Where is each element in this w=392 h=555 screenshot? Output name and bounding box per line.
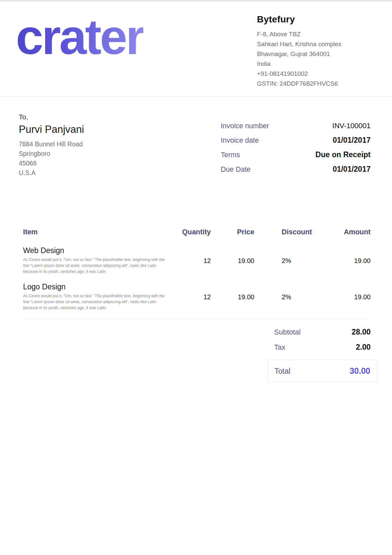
company-address: F-8, Above TBZ Sahkari Hart, Krishna com… (257, 29, 371, 89)
company-gstin: GSTIN: 24DDF7682FHVCS6 (257, 79, 371, 89)
company-block: Bytefury F-8, Above TBZ Sahkari Hart, Kr… (257, 12, 371, 89)
company-name: Bytefury (257, 14, 371, 25)
tax-value: 2.00 (356, 343, 371, 352)
due-date-row: Due Date 01/01/2017 (221, 165, 371, 174)
item-name: Web Design (23, 246, 176, 255)
table-row: Logo Design As Cicero would put it, “Um,… (23, 282, 371, 311)
invoice-header: crater Bytefury F-8, Above TBZ Sahkari H… (0, 2, 392, 97)
customer-and-meta-section: To, Purvi Panjvani 7884 Bunnel Hill Road… (0, 97, 392, 179)
total-value: 30.00 (350, 366, 370, 376)
bill-to-block: To, Purvi Panjvani 7884 Bunnel Hill Road… (19, 113, 84, 179)
subtotal-value: 28.00 (351, 328, 371, 336)
discount-column-header: Discount (254, 228, 314, 236)
item-amount: 19.00 (314, 282, 371, 301)
to-label: To, (19, 113, 84, 121)
total-box: Total 30.00 (267, 360, 377, 382)
item-name: Logo Design (23, 282, 176, 291)
item-price: 19.00 (211, 246, 254, 265)
customer-address-line: U.S.A (19, 168, 84, 178)
totals-block: Subtotal 28.00 Tax 2.00 Total 30.00 (267, 328, 377, 382)
subtotal-row: Subtotal 28.00 (267, 328, 377, 336)
tax-row: Tax 2.00 (267, 343, 377, 352)
invoice-number-row: Invoice number INV-100001 (221, 122, 371, 130)
item-description: As Cicero would put it, “Um, not so fast… (23, 257, 171, 275)
invoice-date-label: Invoice date (221, 136, 259, 145)
items-divider (23, 319, 371, 319)
customer-address-line: Springboro (19, 149, 84, 159)
crater-logo: crater (16, 14, 143, 60)
item-quantity: 12 (176, 282, 211, 301)
customer-address-line: 7884 Bunnel Hill Road (19, 139, 84, 149)
company-address-line: India (257, 59, 371, 69)
tax-label: Tax (274, 343, 285, 352)
customer-address: 7884 Bunnel Hill Road Springboro 45066 U… (19, 139, 84, 178)
item-price: 19.00 (211, 282, 254, 301)
item-cell: Logo Design As Cicero would put it, “Um,… (23, 282, 176, 311)
terms-row: Terms Due on Receipt (221, 150, 371, 159)
items-table-header: Item Quantity Price Discount Amount (23, 228, 371, 236)
item-discount: 2% (254, 246, 314, 265)
terms-value: Due on Receipt (316, 150, 371, 159)
company-address-line: Sahkari Hart, Krishna complex (257, 39, 371, 49)
table-row: Web Design As Cicero would put it, “Um, … (23, 246, 371, 275)
item-amount: 19.00 (314, 246, 371, 265)
invoice-number-value: INV-100001 (332, 122, 371, 130)
invoice-number-label: Invoice number (221, 122, 269, 130)
company-address-line: Bhavnagar, Gujrat 364001 (257, 49, 371, 59)
company-phone: +91-08141901002 (257, 69, 371, 79)
customer-name: Purvi Panjvani (19, 124, 84, 135)
company-address-line: F-8, Above TBZ (257, 29, 371, 39)
subtotal-label: Subtotal (274, 328, 301, 336)
price-column-header: Price (211, 228, 254, 236)
items-table: Item Quantity Price Discount Amount Web … (0, 228, 392, 311)
due-date-value: 01/01/2017 (333, 165, 371, 174)
item-discount: 2% (254, 282, 314, 301)
item-description: As Cicero would put it, “Um, not so fast… (23, 293, 171, 311)
terms-label: Terms (221, 151, 240, 159)
amount-column-header: Amount (314, 228, 371, 236)
item-quantity: 12 (176, 246, 211, 265)
invoice-meta-block: Invoice number INV-100001 Invoice date 0… (221, 113, 371, 179)
item-column-header: Item (23, 228, 176, 236)
quantity-column-header: Quantity (176, 228, 211, 236)
invoice-date-row: Invoice date 01/01/2017 (221, 136, 371, 145)
total-label: Total (274, 367, 291, 376)
customer-address-line: 45066 (19, 159, 84, 168)
item-cell: Web Design As Cicero would put it, “Um, … (23, 246, 176, 275)
invoice-date-value: 01/01/2017 (333, 136, 371, 145)
due-date-label: Due Date (221, 165, 251, 174)
